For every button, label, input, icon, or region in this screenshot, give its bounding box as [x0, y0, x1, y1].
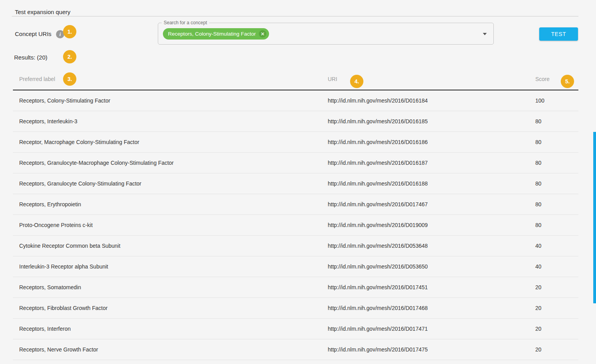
row-label-cell: Receptors, Interferon	[13, 326, 328, 332]
row-uri-cell: http://id.nlm.nih.gov/mesh/2016/D017467	[328, 201, 535, 207]
row-label-cell: Receptors, Colony-Stimulating Factor	[13, 97, 328, 104]
row-label-cell: Receptor, Macrophage Colony-Stimulating …	[13, 139, 328, 145]
step-badge-2: 2.	[63, 50, 76, 63]
table-row[interactable]: Proto-Oncogene Proteins c-kit http://id.…	[13, 215, 578, 236]
table-row[interactable]: Receptor, Macrophage Colony-Stimulating …	[13, 132, 578, 153]
row-score-cell: 20	[535, 284, 578, 290]
concept-chip-label: Receptors, Colony-Stimulating Factor	[168, 31, 256, 37]
row-uri-cell: http://id.nlm.nih.gov/mesh/2016/D016185	[328, 118, 535, 124]
step-badge-5: 5.	[561, 75, 574, 88]
dropdown-arrow-icon[interactable]	[483, 33, 487, 35]
table-row[interactable]: Receptors, Granulocyte-Macrophage Colony…	[13, 153, 578, 173]
results-count: Results: (20)	[14, 54, 47, 61]
row-label-cell: Receptors, Fibroblast Growth Factor	[13, 305, 328, 311]
header-uri: URI	[328, 76, 337, 82]
results-table-body: Receptors, Colony-Stimulating Factor htt…	[13, 90, 578, 364]
table-row[interactable]: Receptors, Somatomedin http://id.nlm.nih…	[13, 277, 578, 298]
row-score-cell: 20	[535, 305, 578, 311]
row-uri-cell: http://id.nlm.nih.gov/mesh/2016/D017471	[328, 326, 535, 332]
table-row[interactable]: Receptors, Interleukin-3 http://id.nlm.n…	[13, 111, 578, 132]
row-uri-cell: http://id.nlm.nih.gov/mesh/2016/D016184	[328, 97, 535, 104]
row-uri-cell: http://id.nlm.nih.gov/mesh/2016/D017475	[328, 346, 535, 353]
row-label-cell: Proto-Oncogene Proteins c-kit	[13, 222, 328, 228]
step-badge-3: 3.	[63, 72, 76, 86]
row-score-cell: 100	[535, 97, 578, 104]
row-uri-cell: http://id.nlm.nih.gov/mesh/2016/D019009	[328, 222, 535, 228]
row-uri-cell: http://id.nlm.nih.gov/mesh/2016/D017468	[328, 305, 535, 311]
table-row[interactable]: Receptors, Fibroblast Growth Factor http…	[13, 298, 578, 319]
row-label-cell: Cytokine Receptor Common beta Subunit	[13, 243, 328, 249]
row-score-cell: 80	[535, 201, 578, 207]
table-row[interactable]: Interleukin-3 Receptor alpha Subunit htt…	[13, 256, 578, 277]
step-badge-1: 1.	[63, 25, 76, 38]
header-score: Score	[535, 76, 550, 82]
table-row[interactable]: Receptors, Nerve Growth Factor http://id…	[13, 339, 578, 360]
chip-delete-icon[interactable]: ✕	[259, 30, 266, 38]
row-label-cell: Receptors, Interleukin-3	[13, 118, 328, 124]
concept-chip[interactable]: Receptors, Colony-Stimulating Factor ✕	[163, 28, 269, 40]
row-label-cell: Receptors, Granulocyte Colony-Stimulatin…	[13, 180, 328, 187]
table-row[interactable]: Receptors, Erythropoietin http://id.nlm.…	[13, 194, 578, 215]
row-score-cell: 20	[535, 326, 578, 332]
page-title: Test expansion query	[15, 9, 70, 15]
row-label-cell: Receptors, Erythropoietin	[13, 201, 328, 207]
row-uri-cell: http://id.nlm.nih.gov/mesh/2016/D017451	[328, 284, 535, 290]
row-uri-cell: http://id.nlm.nih.gov/mesh/2016/D053648	[328, 243, 535, 249]
row-score-cell: 80	[535, 222, 578, 228]
row-score-cell: 80	[535, 180, 578, 187]
row-score-cell: 80	[535, 160, 578, 166]
concept-search-box[interactable]: Search for a concept Receptors, Colony-S…	[158, 23, 494, 45]
results-table-header: Preferred label URI Score	[0, 76, 596, 84]
vertical-scrollbar-thumb[interactable]	[593, 132, 596, 303]
test-button[interactable]: TEST	[539, 27, 578, 41]
row-score-cell: 40	[535, 243, 578, 249]
row-uri-cell: http://id.nlm.nih.gov/mesh/2016/D053650	[328, 263, 535, 270]
row-score-cell: 40	[535, 263, 578, 270]
table-row[interactable]: Receptors, Granulocyte Colony-Stimulatin…	[13, 173, 578, 194]
row-score-cell: 80	[535, 139, 578, 145]
row-score-cell: 20	[535, 346, 578, 353]
row-label-cell: Receptors, Granulocyte-Macrophage Colony…	[13, 160, 328, 166]
table-row[interactable]: Receptors, Interferon http://id.nlm.nih.…	[13, 319, 578, 339]
step-badge-4: 4.	[350, 75, 363, 88]
table-row[interactable]: Cytokine Receptor Common beta Subunit ht…	[13, 236, 578, 256]
row-label-cell: Receptors, Nerve Growth Factor	[13, 346, 328, 353]
title-divider	[12, 16, 578, 16]
row-label-cell: Interleukin-3 Receptor alpha Subunit	[13, 263, 328, 270]
search-box-legend: Search for a concept	[162, 20, 209, 26]
row-uri-cell: http://id.nlm.nih.gov/mesh/2016/D016188	[328, 180, 535, 187]
row-uri-cell: http://id.nlm.nih.gov/mesh/2016/D016186	[328, 139, 535, 145]
row-score-cell: 80	[535, 118, 578, 124]
concept-uris-label: Concept URIs	[15, 31, 51, 37]
row-label-cell: Receptors, Somatomedin	[13, 284, 328, 290]
row-uri-cell: http://id.nlm.nih.gov/mesh/2016/D016187	[328, 160, 535, 166]
header-preferred-label: Preferred label	[19, 76, 55, 82]
table-row[interactable]: Receptors, Colony-Stimulating Factor htt…	[13, 90, 578, 111]
